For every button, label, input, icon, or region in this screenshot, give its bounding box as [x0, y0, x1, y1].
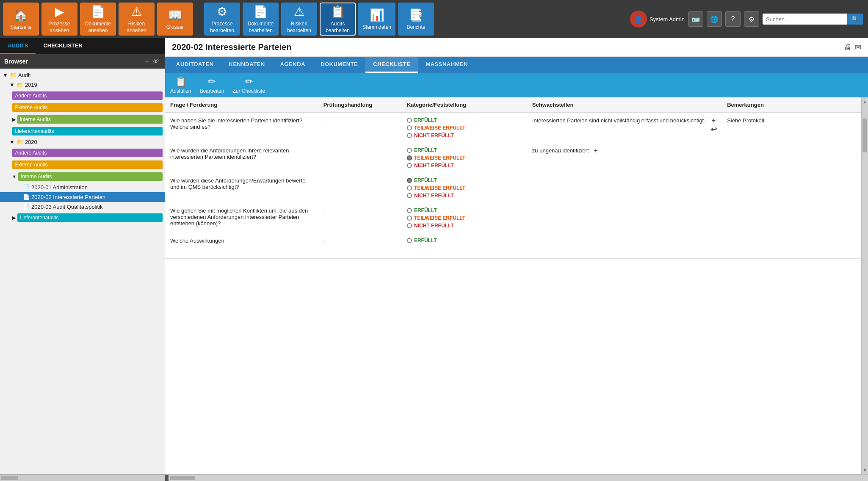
- radio-erfuellt[interactable]: ERFÜLLT: [407, 147, 522, 153]
- cell-kategorie: ERFÜLLT TEILWEISE ERFÜLLT NICHT ERFÜLLT: [402, 203, 527, 233]
- expand-icon: ▶: [12, 215, 16, 221]
- radio-teilweise[interactable]: TEILWEISE ERFÜLLT: [407, 125, 522, 131]
- ausfuellen-btn[interactable]: 📋 Ausfüllen: [170, 76, 191, 94]
- nav-prozesse-bearbeiten[interactable]: ⚙ Prozessebearbeiten: [204, 3, 240, 36]
- radio-nicht[interactable]: NICHT ERFÜLLT: [407, 223, 522, 229]
- nav-dokumente-bearbeiten[interactable]: 📄 Dokumentebearbeiten: [243, 3, 279, 36]
- user-name: System Admin: [650, 16, 685, 22]
- search-input[interactable]: [763, 14, 847, 24]
- tree-2020-03[interactable]: 📄 2020-03 Audit Qualitätspolitik: [0, 202, 165, 212]
- tree-label: 2019: [25, 82, 37, 88]
- cell-frage: Welche Auswirkungen: [165, 233, 318, 259]
- tree-2020-02[interactable]: 📄 2020-02 Interessierte Parteien: [0, 192, 165, 202]
- process-icon: ▶: [55, 4, 64, 19]
- add-schwachstelle-btn[interactable]: +: [710, 117, 717, 124]
- tab-checkliste[interactable]: CHECKLISTE: [365, 57, 418, 73]
- email-icon[interactable]: ✉: [855, 43, 861, 52]
- tree-andere-audits-2020[interactable]: Andere Audits: [0, 147, 165, 159]
- print-icon[interactable]: 🖨: [844, 43, 851, 52]
- radio-erfuellt[interactable]: ERFÜLLT: [407, 117, 522, 123]
- user-settings-icon[interactable]: 🪪: [688, 11, 703, 27]
- glossar-icon: 📖: [168, 8, 182, 23]
- tree-2019[interactable]: ▼ 📁 2019: [0, 80, 165, 90]
- schwachstellen-content: zu ungenau identifiziert +: [532, 147, 717, 154]
- radio-nicht[interactable]: NICHT ERFÜLLT: [407, 193, 522, 199]
- nav-glossar[interactable]: 📖 Glossar: [157, 3, 193, 36]
- nav-risiken-ansehen[interactable]: ⚠ Risikenansehen: [119, 3, 155, 36]
- radio-nicht[interactable]: NICHT ERFÜLLT: [407, 163, 522, 169]
- nav-stammdaten[interactable]: 📊 Stammdaten: [358, 3, 395, 36]
- checklist-table: Frage / Forderung Prüfungshandlung Kateg…: [165, 97, 861, 474]
- zur-checkliste-btn[interactable]: ✏ Zur Checkliste: [232, 76, 265, 94]
- tree-interne-audits-2020[interactable]: ▼ Interne Audits: [0, 171, 165, 182]
- nav-audits-bearbeiten[interactable]: 📋 Auditsbearbeiten: [320, 3, 356, 36]
- gear-icon[interactable]: ⚙: [744, 11, 759, 27]
- nav-dokumente-ansehen[interactable]: 📄 Dokumenteansehen: [80, 3, 116, 36]
- top-right: 👤 System Admin 🪪 🌐 ? ⚙ 🔍: [630, 0, 866, 38]
- radio-circle-erfuellt: [407, 118, 412, 123]
- nav-prozesse-ansehen[interactable]: ▶ Prozesseansehen: [41, 3, 77, 36]
- bearbeiten-btn[interactable]: ✏ Bearbeiten: [199, 76, 224, 94]
- radio-erfuellt[interactable]: ERFÜLLT: [407, 238, 522, 243]
- tab-checklisten[interactable]: CHECKLISTEN: [36, 38, 90, 54]
- cell-actions: +: [594, 147, 598, 154]
- back-btn[interactable]: ↩: [710, 126, 717, 133]
- tree-label: Andere Audits: [12, 149, 163, 157]
- tree-lieferantenaudits-2019[interactable]: Lieferantenaudits: [0, 125, 165, 137]
- tree-2020[interactable]: ▼ 📁 2020: [0, 137, 165, 147]
- tab-auditdaten[interactable]: AUDITDATEN: [169, 57, 221, 73]
- tree-container: ▼ 📁 Audit ▼ 📁 2019 Andere Audits Externe…: [0, 69, 165, 474]
- top-nav: 🏠 Startseite ▶ Prozesseansehen 📄 Dokumen…: [0, 0, 868, 38]
- radio-teilweise[interactable]: TEILWEISE ERFÜLLT: [407, 155, 522, 161]
- eye-icon[interactable]: 👁: [151, 58, 161, 65]
- tab-massnahmen[interactable]: MASSNAHMEN: [418, 57, 475, 73]
- cell-pruefung: -: [318, 143, 402, 173]
- scrollbar-thumb[interactable]: [862, 119, 867, 152]
- radio-group: ERFÜLLT: [407, 238, 522, 243]
- tab-agenda[interactable]: AGENDA: [273, 57, 313, 73]
- left-scrollbar-bottom[interactable]: [0, 474, 165, 481]
- radio-circle-nicht: [407, 163, 412, 168]
- cell-pruefung: -: [318, 233, 402, 259]
- radio-teilweise[interactable]: TEILWEISE ERFÜLLT: [407, 215, 522, 221]
- nav-risiken-bearbeiten[interactable]: ⚠ Risikenbearbeiten: [281, 3, 317, 36]
- tree-lieferantenaudits-2020[interactable]: ▶ Lieferantenaudits: [0, 212, 165, 224]
- tab-dokumente[interactable]: DOKUMENTE: [313, 57, 365, 73]
- radio-erfuellt[interactable]: ERFÜLLT: [407, 207, 522, 213]
- tab-kenndaten[interactable]: KENNDATEN: [221, 57, 273, 73]
- tree-andere-audits-2019[interactable]: Andere Audits: [0, 90, 165, 102]
- help-icon[interactable]: ?: [725, 11, 741, 27]
- search-button[interactable]: 🔍: [847, 14, 863, 25]
- radio-erfuellt[interactable]: ERFÜLLT: [407, 177, 522, 183]
- tree-interne-audits-2019[interactable]: ▶ Interne Audits: [0, 113, 165, 125]
- add-schwachstelle-btn[interactable]: +: [594, 147, 598, 154]
- bottom-scrollbar[interactable]: [165, 474, 868, 481]
- cell-schwachstellen: [527, 173, 722, 203]
- nav-startseite[interactable]: 🏠 Startseite: [3, 3, 39, 36]
- radio-teilweise[interactable]: TEILWEISE ERFÜLLT: [407, 185, 522, 191]
- avatar: 👤: [630, 11, 647, 28]
- add-icon[interactable]: +: [144, 58, 151, 65]
- checklist-data-table: Frage / Forderung Prüfungshandlung Kateg…: [165, 97, 861, 259]
- home-icon: 🏠: [14, 8, 28, 23]
- radio-nicht[interactable]: NICHT ERFÜLLT: [407, 133, 522, 138]
- tree-label: 2020-01 Administration: [31, 184, 88, 191]
- globe-icon[interactable]: 🌐: [707, 11, 722, 27]
- radio-group: ERFÜLLT TEILWEISE ERFÜLLT NICHT ERFÜLLT: [407, 117, 522, 138]
- tree-label: 2020-03 Audit Qualitätspolitik: [31, 204, 102, 210]
- content-toolbar: 📋 Ausfüllen ✏ Bearbeiten ✏ Zur Checklist…: [165, 73, 868, 97]
- tree-externe-audits-2020[interactable]: Externe Audits: [0, 159, 165, 171]
- radio-circle-nicht: [407, 193, 412, 198]
- nav-berichte[interactable]: 📑 Berichte: [398, 3, 434, 36]
- tree-2020-01[interactable]: 📄 2020-01 Administration: [0, 182, 165, 192]
- cell-bemerkungen: [722, 233, 861, 259]
- table-row: Wie gehen Sie mit möglichen Konflikten u…: [165, 203, 861, 233]
- edit-process-icon: ⚙: [217, 4, 227, 19]
- tree-audit-root[interactable]: ▼ 📁 Audit: [0, 70, 165, 80]
- tree-externe-audits-2019[interactable]: Externe Audits: [0, 102, 165, 113]
- tree-label: Interne Audits: [17, 115, 163, 124]
- vertical-scrollbar[interactable]: ▲ ▼: [861, 97, 868, 474]
- cell-actions: + ↩: [710, 117, 717, 133]
- tab-audits[interactable]: AUDITS: [0, 38, 36, 54]
- cell-frage: Wie gehen Sie mit möglichen Konflikten u…: [165, 203, 318, 233]
